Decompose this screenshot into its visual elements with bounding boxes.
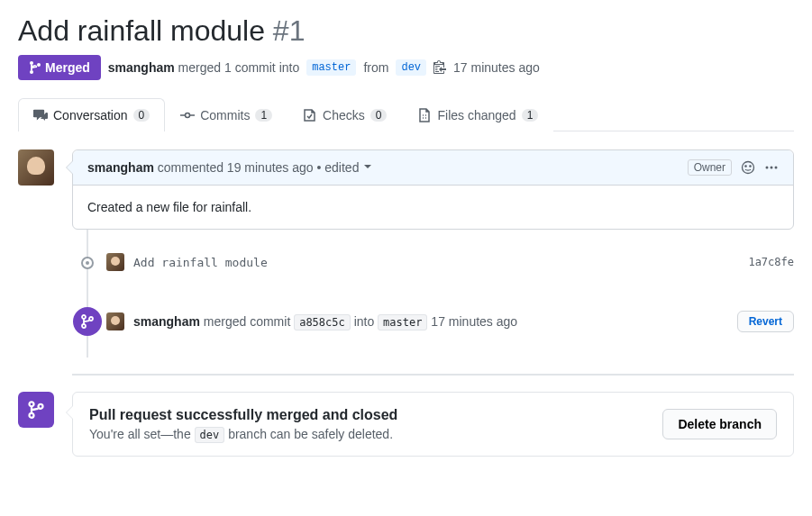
merged-state-badge: Merged bbox=[18, 55, 101, 80]
comment-author[interactable]: smangham bbox=[87, 160, 154, 175]
comment-edited-sep: • bbox=[316, 160, 321, 175]
tab-commits[interactable]: Commits 1 bbox=[165, 98, 287, 131]
git-merge-icon bbox=[80, 314, 95, 329]
merge-commit-sha[interactable]: a858c5c bbox=[294, 314, 351, 330]
pr-title: Add rainfall module #1 bbox=[18, 14, 794, 48]
commit-row: Add rainfall module 1a7c8fe bbox=[106, 248, 794, 276]
pr-number: #1 bbox=[273, 14, 306, 47]
delete-branch-button[interactable]: Delete branch bbox=[662, 409, 777, 439]
emoji-reaction-icon[interactable] bbox=[741, 160, 755, 175]
closed-branch-chip: dev bbox=[195, 427, 225, 443]
merge-time: 17 minutes ago bbox=[453, 60, 540, 75]
merged-closed-subtitle: You're all set—the dev branch can be saf… bbox=[89, 427, 397, 441]
git-merge-icon bbox=[29, 60, 41, 75]
source-branch-chip[interactable]: dev bbox=[396, 59, 426, 76]
timeline: smangham commented 19 minutes ago • edit… bbox=[72, 149, 794, 358]
svg-point-6 bbox=[775, 167, 778, 169]
svg-point-3 bbox=[750, 166, 751, 167]
from-word: from bbox=[363, 60, 388, 75]
tab-commits-count: 1 bbox=[255, 109, 272, 122]
tab-checks-count: 0 bbox=[370, 109, 388, 122]
merge-event-actor[interactable]: smangham bbox=[133, 314, 200, 329]
conversation-icon bbox=[33, 108, 48, 122]
merge-event-time[interactable]: 17 minutes ago bbox=[431, 314, 517, 329]
svg-point-1 bbox=[743, 162, 754, 174]
merge-event-text2: into bbox=[354, 314, 375, 329]
closed-sub-before: You're all set—the bbox=[89, 427, 195, 441]
edited-caret-icon[interactable] bbox=[364, 165, 371, 172]
checks-icon bbox=[303, 108, 317, 122]
merge-event-text: smangham merged commit a858c5c into mast… bbox=[133, 314, 517, 329]
timeline-line: Add rainfall module 1a7c8fe smangham mer… bbox=[87, 230, 794, 358]
tab-conversation-count: 0 bbox=[133, 109, 151, 122]
comment-header-left: smangham commented 19 minutes ago • edit… bbox=[87, 160, 371, 175]
svg-point-2 bbox=[745, 166, 746, 167]
merged-closed-row: Pull request successfully merged and clo… bbox=[18, 392, 794, 457]
git-merge-icon bbox=[27, 400, 45, 420]
target-branch-chip[interactable]: master bbox=[306, 59, 356, 76]
copy-branch-icon[interactable] bbox=[433, 60, 446, 75]
merge-action: merged 1 commit into bbox=[178, 60, 300, 75]
svg-point-10 bbox=[30, 402, 34, 406]
pr-tabs: Conversation 0 Commits 1 Checks 0 Files … bbox=[18, 98, 794, 131]
kebab-menu-icon[interactable] bbox=[764, 160, 779, 175]
commits-icon bbox=[180, 108, 195, 122]
merged-closed-title: Pull request successfully merged and clo… bbox=[89, 407, 397, 423]
tab-files[interactable]: Files changed 1 bbox=[402, 98, 553, 131]
tab-conversation-label: Conversation bbox=[53, 108, 128, 122]
tab-checks[interactable]: Checks 0 bbox=[287, 98, 402, 131]
svg-point-12 bbox=[39, 404, 43, 409]
tab-conversation[interactable]: Conversation 0 bbox=[18, 98, 165, 131]
comment-time[interactable]: 19 minutes ago bbox=[227, 160, 314, 175]
comment-body: Created a new file for rainfall. bbox=[73, 186, 793, 229]
tab-files-label: Files changed bbox=[437, 108, 515, 122]
commit-message[interactable]: Add rainfall module bbox=[133, 256, 268, 269]
merged-closed-box: Pull request successfully merged and clo… bbox=[72, 392, 794, 457]
merge-event-badge bbox=[73, 307, 102, 336]
svg-point-8 bbox=[82, 324, 86, 328]
pr-title-text: Add rainfall module bbox=[18, 14, 265, 47]
svg-point-5 bbox=[771, 167, 773, 169]
comment-action: commented bbox=[158, 160, 224, 175]
revert-button[interactable]: Revert bbox=[737, 311, 794, 332]
merged-closed-badge bbox=[18, 392, 54, 428]
merge-target-branch[interactable]: master bbox=[378, 314, 427, 330]
merge-event-text1: merged commit bbox=[204, 314, 290, 329]
owner-badge: Owner bbox=[688, 159, 732, 176]
merge-event-row: smangham merged commit a858c5c into mast… bbox=[106, 303, 794, 339]
svg-point-4 bbox=[766, 167, 769, 169]
files-icon bbox=[417, 108, 432, 122]
comment-edited[interactable]: edited bbox=[324, 160, 359, 175]
comment-author-avatar[interactable] bbox=[18, 149, 54, 186]
comment-header: smangham commented 19 minutes ago • edit… bbox=[73, 150, 793, 186]
tab-files-count: 1 bbox=[522, 109, 539, 122]
merged-state-label: Merged bbox=[45, 60, 90, 75]
merge-meta-text: smangham merged 1 commit into bbox=[108, 60, 299, 75]
svg-point-7 bbox=[82, 315, 86, 319]
closed-sub-after: branch can be safely deleted. bbox=[224, 427, 393, 441]
comment-header-right: Owner bbox=[688, 159, 779, 176]
commit-sha[interactable]: 1a7c8fe bbox=[748, 256, 794, 268]
tab-checks-label: Checks bbox=[323, 108, 365, 122]
svg-point-0 bbox=[186, 113, 190, 118]
timeline-divider bbox=[72, 374, 794, 376]
commit-author-avatar[interactable] bbox=[106, 253, 124, 271]
merge-actor-avatar[interactable] bbox=[106, 312, 124, 330]
svg-point-9 bbox=[89, 317, 93, 321]
pr-meta-row: Merged smangham merged 1 commit into mas… bbox=[18, 55, 794, 80]
svg-point-11 bbox=[30, 413, 34, 418]
commit-dot-icon bbox=[81, 257, 94, 269]
merged-closed-text: Pull request successfully merged and clo… bbox=[89, 407, 397, 441]
comment-box: smangham commented 19 minutes ago • edit… bbox=[72, 149, 794, 230]
tab-commits-label: Commits bbox=[200, 108, 250, 122]
merge-actor[interactable]: smangham bbox=[108, 60, 175, 75]
